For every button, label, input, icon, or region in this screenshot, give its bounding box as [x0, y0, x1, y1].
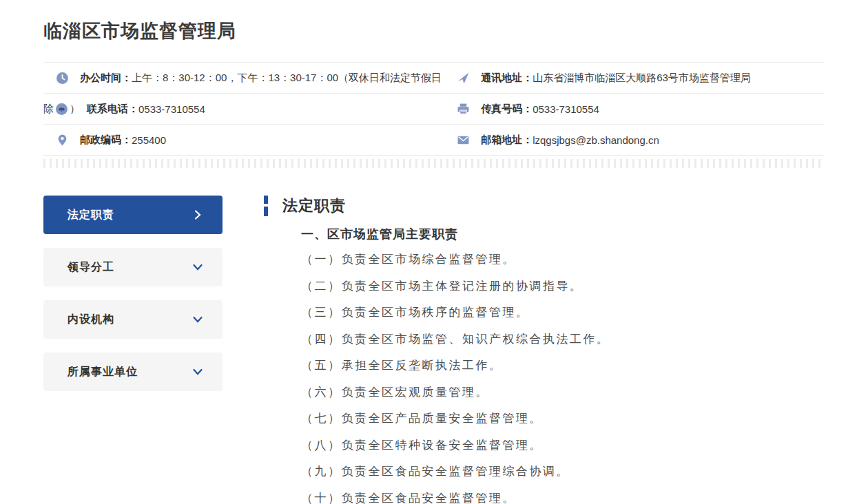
fax-printer-icon	[457, 103, 470, 116]
duty-item: （六）负责全区宏观质量管理。	[301, 379, 825, 406]
address-label: 通讯地址：	[481, 72, 533, 85]
duty-item: （十）负责全区食品安全监督管理。	[301, 485, 825, 504]
office-hours-label: 办公时间：	[80, 72, 132, 85]
heading-accent-bar	[264, 196, 268, 216]
fax-label: 传真号码：	[481, 103, 533, 116]
content-subheading: 一、区市场监管局主要职责	[301, 226, 825, 242]
phone-label: 联系电话：	[87, 103, 138, 116]
sidebar-item-legal-duties[interactable]: 法定职责	[43, 196, 223, 234]
sidebar-item-label: 法定职责	[68, 208, 114, 222]
postcode-label: 邮政编码：	[80, 134, 132, 147]
chevron-down-icon	[192, 314, 203, 325]
striped-divider	[43, 159, 825, 168]
address-row: 通讯地址： 山东省淄博市临淄区大顺路63号市场监督管理局	[442, 63, 825, 94]
clock-icon	[56, 72, 69, 85]
fax-row: 传真号码： 0533-7310554	[442, 94, 825, 125]
page-title: 临淄区市场监督管理局	[43, 0, 825, 43]
duty-item: （八）负责全区特种设备安全监督管理。	[301, 432, 825, 459]
fax-value: 0533-7310554	[533, 103, 599, 115]
main-content: 法定职责 一、区市场监管局主要职责 （一）负责全区市场综合监督管理。 （二）负责…	[264, 196, 825, 504]
sidebar-item-label: 所属事业单位	[68, 365, 138, 379]
sidebar-item-label: 领导分工	[68, 260, 114, 275]
duty-item: （三）负责全区市场秩序的监督管理。	[301, 300, 825, 326]
office-hours-wrapped-paren: ）	[70, 103, 80, 116]
duty-item: （四）负责全区市场监管、知识产权综合执法工作。	[301, 326, 825, 353]
email-row: 邮箱地址： lzqgsjbgs@zb.shandong.cn	[442, 125, 825, 156]
duty-item: （一）负责全区市场综合监督管理。	[301, 246, 825, 273]
postcode-value: 255400	[132, 134, 166, 146]
duty-item: （七）负责全区产品质量安全监督管理。	[301, 406, 825, 432]
phone-row: 除 ） 联系电话： 0533-7310554	[43, 94, 442, 125]
content-heading-row: 法定职责	[264, 196, 825, 216]
content-title: 法定职责	[282, 196, 346, 216]
sidebar-item-leadership[interactable]: 领导分工	[43, 248, 223, 286]
office-hours-row: 办公时间： 上午：8：30-12：00，下午：13：30-17：00（双休日和法…	[43, 63, 442, 94]
page: 临淄区市场监督管理局 办公时间： 上午：8：30-12：00，下午：13：30-…	[0, 0, 868, 504]
duty-list: （一）负责全区市场综合监督管理。 （二）负责全区市场主体登记注册的协调指导。 （…	[301, 246, 825, 504]
phone-icon	[55, 103, 68, 116]
paper-plane-icon	[457, 72, 470, 85]
phone-value: 0533-7310554	[138, 103, 205, 115]
email-value: lzqgsjbgs@zb.shandong.cn	[533, 134, 659, 146]
sidebar-item-internal-orgs[interactable]: 内设机构	[43, 300, 223, 339]
mail-icon	[457, 134, 470, 147]
duty-item: （五）承担全区反垄断执法工作。	[301, 353, 825, 379]
body-layout: 法定职责 领导分工 内设机构 所属事业单位	[43, 196, 825, 504]
chevron-down-icon	[192, 262, 203, 273]
sidebar-item-label: 内设机构	[68, 313, 114, 327]
address-value: 山东省淄博市临淄区大顺路63号市场监督管理局	[533, 72, 751, 85]
contact-info-grid: 办公时间： 上午：8：30-12：00，下午：13：30-17：00（双休日和法…	[43, 62, 825, 156]
postcode-row: 邮政编码： 255400	[43, 125, 442, 156]
sidebar-nav: 法定职责 领导分工 内设机构 所属事业单位	[43, 196, 223, 504]
office-hours-wrapped-text: 除	[43, 103, 54, 116]
duty-item: （九）负责全区食品安全监督管理综合协调。	[301, 459, 825, 485]
chevron-right-icon	[192, 209, 203, 220]
sidebar-item-subordinate-units[interactable]: 所属事业单位	[43, 353, 223, 391]
office-hours-value: 上午：8：30-12：00，下午：13：30-17：00（双休日和法定节假日	[132, 72, 442, 85]
duty-item: （二）负责全区市场主体登记注册的协调指导。	[301, 273, 825, 300]
chevron-down-icon	[192, 366, 203, 377]
location-pin-icon	[56, 134, 69, 147]
email-label: 邮箱地址：	[481, 134, 533, 147]
